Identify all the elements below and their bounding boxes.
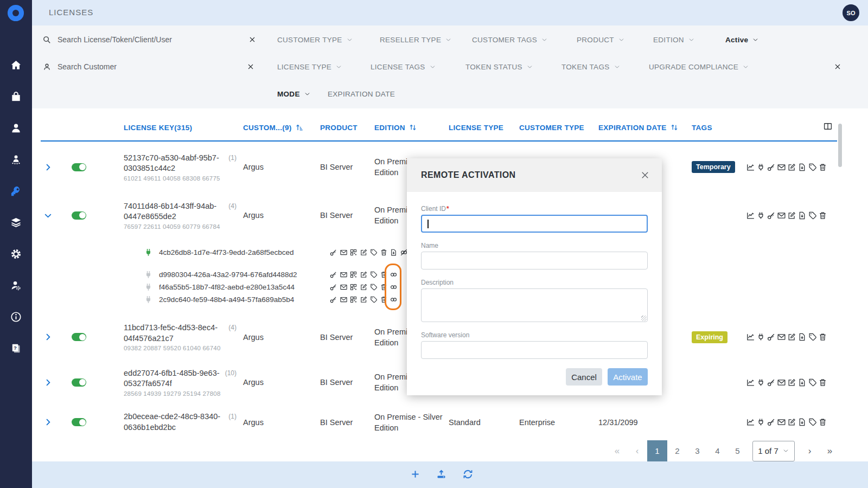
expand-row-icon[interactable] (43, 378, 53, 387)
column-header-edition[interactable]: EDITION (374, 120, 417, 134)
qr-code-icon[interactable] (349, 283, 358, 291)
column-header-tags[interactable]: TAGS (692, 120, 712, 134)
sidebar-item-licenses[interactable] (8, 182, 25, 200)
column-header-expiration-date[interactable]: EXPIRATION DATE (598, 120, 679, 134)
download-icon[interactable] (390, 248, 398, 256)
edit-icon[interactable] (787, 378, 796, 387)
plug-icon[interactable] (756, 418, 765, 427)
search-license-input[interactable] (56, 35, 219, 44)
clear-customer-search-icon[interactable] (246, 62, 255, 71)
edit-icon[interactable] (787, 332, 796, 342)
download-icon[interactable] (797, 211, 807, 220)
tag-icon[interactable] (369, 248, 378, 256)
license-active-toggle[interactable] (72, 333, 86, 341)
sidebar-item-info[interactable] (8, 308, 25, 325)
qr-code-icon[interactable] (349, 248, 358, 256)
previous-page-button[interactable]: ‹ (627, 446, 647, 457)
key-icon[interactable] (329, 248, 337, 256)
edit-icon[interactable] (787, 163, 796, 172)
analytics-icon[interactable] (746, 378, 755, 387)
edit-icon[interactable] (787, 211, 796, 220)
edit-icon[interactable] (360, 248, 368, 256)
filter-upgrade-compliance[interactable]: UPGRADE COMPLIANCE (649, 59, 749, 75)
link-icon[interactable] (390, 296, 398, 304)
sidebar-item-store[interactable] (8, 88, 25, 105)
delete-icon[interactable] (380, 296, 388, 304)
license-active-toggle[interactable] (72, 378, 86, 387)
envelope-icon[interactable] (777, 378, 786, 387)
client-id-input[interactable] (421, 215, 648, 233)
delete-icon[interactable] (380, 248, 388, 256)
expand-row-icon[interactable] (43, 418, 53, 427)
filter-token-status[interactable]: TOKEN STATUS (465, 59, 533, 75)
expand-row-icon[interactable] (43, 332, 53, 342)
tag-icon[interactable] (808, 163, 817, 172)
last-page-button[interactable]: » (820, 446, 840, 457)
key-icon[interactable] (767, 378, 776, 387)
key-icon[interactable] (329, 283, 337, 291)
avatar[interactable]: SO (843, 4, 859, 21)
key-icon[interactable] (767, 163, 776, 172)
envelope-icon[interactable] (340, 248, 348, 256)
envelope-icon[interactable] (340, 296, 348, 304)
filter-status[interactable]: Active (725, 31, 759, 48)
expand-row-icon[interactable] (43, 163, 53, 172)
app-logo-icon[interactable] (5, 3, 26, 23)
key-icon[interactable] (767, 211, 776, 220)
page-button-2[interactable]: 2 (667, 440, 687, 461)
vertical-scrollbar[interactable] (838, 122, 842, 436)
license-active-toggle[interactable] (72, 211, 86, 220)
sidebar-item-home[interactable] (8, 56, 25, 74)
link-icon[interactable] (390, 271, 398, 279)
page-button-3[interactable]: 3 (687, 440, 707, 461)
close-icon[interactable] (640, 170, 650, 180)
column-header-customer-type[interactable]: CUSTOMER TYPE (519, 120, 584, 134)
edit-icon[interactable] (360, 296, 368, 304)
edit-icon[interactable] (787, 418, 796, 427)
clear-all-filters-icon[interactable] (833, 62, 842, 71)
plug-icon[interactable] (756, 211, 765, 220)
tag-icon[interactable] (808, 211, 817, 220)
key-icon[interactable] (329, 271, 337, 279)
sidebar-item-products[interactable] (8, 214, 25, 231)
analytics-icon[interactable] (746, 163, 755, 172)
analytics-icon[interactable] (746, 332, 755, 342)
key-icon[interactable] (767, 418, 776, 427)
key-icon[interactable] (767, 332, 776, 342)
analytics-icon[interactable] (746, 418, 755, 427)
edit-icon[interactable] (360, 271, 368, 279)
sort-icon[interactable] (670, 123, 679, 132)
filter-expiration-date[interactable]: EXPIRATION DATE (328, 86, 395, 102)
edit-icon[interactable] (360, 283, 368, 291)
envelope-icon[interactable] (777, 418, 786, 427)
envelope-icon[interactable] (340, 283, 348, 291)
qr-code-icon[interactable] (349, 296, 358, 304)
filter-reseller-type[interactable]: RESELLER TYPE (380, 31, 452, 48)
plug-icon[interactable] (756, 332, 765, 342)
column-picker-icon[interactable] (823, 121, 833, 131)
tag-icon[interactable] (808, 332, 817, 342)
add-icon[interactable] (410, 468, 421, 480)
filter-customer-type[interactable]: CUSTOMER TYPE (277, 31, 353, 48)
column-header-license-key-315[interactable]: LICENSE KEY(315) (124, 120, 192, 134)
sidebar-item-settings[interactable] (8, 245, 25, 262)
envelope-icon[interactable] (777, 211, 786, 220)
link-icon[interactable] (390, 283, 398, 291)
page-button-5[interactable]: 5 (727, 440, 748, 461)
delete-icon[interactable] (818, 418, 827, 427)
download-icon[interactable] (797, 332, 807, 342)
filter-token-tags[interactable]: TOKEN TAGS (561, 59, 621, 75)
cancel-button[interactable]: Cancel (566, 368, 602, 386)
delete-icon[interactable] (818, 163, 827, 172)
activate-button[interactable]: Activate (608, 368, 648, 386)
sort-icon[interactable] (409, 123, 417, 132)
clear-license-search-icon[interactable] (248, 35, 257, 44)
key-icon[interactable] (329, 296, 337, 304)
resize-handle-icon[interactable] (641, 316, 647, 321)
scrollbar-thumb[interactable] (838, 124, 842, 167)
collapse-row-icon[interactable] (43, 211, 53, 220)
search-customer-input[interactable] (56, 62, 219, 72)
description-textarea[interactable] (421, 288, 648, 322)
tag-icon[interactable] (369, 296, 378, 304)
plug-icon[interactable] (756, 378, 765, 387)
